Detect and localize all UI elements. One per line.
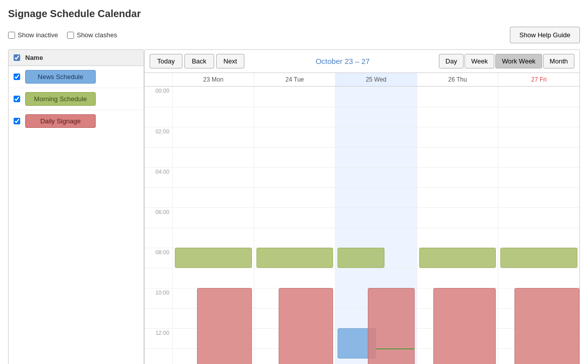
day-columns [172,87,579,364]
event-tue-morning[interactable] [256,248,334,268]
show-inactive-label: Show inactive [18,31,58,39]
hour-row-20 [498,147,579,167]
hour-row-23 [173,87,254,107]
hour-row-21 [173,127,254,147]
day-col-thu [417,87,498,364]
view-workweek-button[interactable]: Work Week [495,54,542,68]
event-fri-daily[interactable] [514,288,579,364]
day-col-mon [172,87,254,364]
hour-row-14 [417,268,498,288]
day-num-thu: 26 Thu [448,76,467,83]
hour-row-22 [254,107,336,127]
sidebar-name-heading: Name [25,54,43,61]
hour-row-16 [254,228,336,248]
next-button[interactable]: Next [216,54,245,68]
event-wed-daily[interactable] [368,288,414,364]
hour-row-14 [498,268,579,288]
time-label-1000: 10:00 [145,288,172,308]
news-schedule-tag[interactable]: News Schedule [25,70,96,84]
hour-row-23 [498,87,579,107]
hour-row-16 [173,228,254,248]
hour-row-16 [417,228,498,248]
time-label-0900 [145,268,172,288]
day-header-tue: 24 Tue [254,73,336,86]
time-label-0300 [145,147,172,167]
hour-row-18 [173,187,254,207]
day-num-wed: 25 Wed [366,76,386,83]
page-title: Signage Schedule Calendar [8,8,580,20]
daily-signage-tag[interactable]: Daily Signage [25,114,96,128]
hour-row-18 [336,187,417,207]
sidebar-header: Name [9,50,144,66]
time-label-0500 [145,187,172,207]
time-label-0800: 08:00 [145,248,172,268]
morning-schedule-checkbox[interactable] [14,96,20,102]
hour-row-18 [498,187,579,207]
hour-row-22 [336,107,417,127]
day-header-wed: 25 Wed [335,73,417,86]
hour-row-23 [254,87,336,107]
time-label-1200: 12:00 [145,328,172,348]
hour-row-17 [498,207,579,228]
view-month-button[interactable]: Month [543,54,574,68]
hour-row-19 [336,167,417,187]
morning-schedule-tag[interactable]: Morning Schedule [25,92,96,106]
time-label-0100 [145,107,172,127]
day-header-mon: 23 Mon [172,73,254,86]
event-wed-morning[interactable] [338,248,384,268]
event-mon-morning[interactable] [175,248,252,268]
hour-row-19 [498,167,579,187]
time-label-0400: 04:00 [145,167,172,187]
event-thu-daily[interactable] [433,288,496,364]
calendar-grid: 00:00 02:00 04:00 06:00 08:00 10:00 12:0… [145,87,579,364]
event-tue-daily[interactable] [279,288,333,364]
today-button[interactable]: Today [150,54,182,68]
hour-row-22 [173,107,254,127]
sidebar-item-daily: Daily Signage [9,110,144,132]
news-schedule-checkbox[interactable] [14,74,20,80]
hour-row-21 [498,127,579,147]
hour-row-22 [417,107,498,127]
show-inactive-toggle[interactable]: Show inactive [8,31,58,39]
hour-row-18 [254,187,336,207]
show-clashes-checkbox[interactable] [67,32,74,39]
day-col-wed [335,87,417,364]
show-inactive-checkbox[interactable] [8,32,15,39]
help-guide-button[interactable]: Show Help Guide [510,27,580,43]
hour-row-21 [254,127,336,147]
back-button[interactable]: Back [184,54,214,68]
time-labels: 00:00 02:00 04:00 06:00 08:00 10:00 12:0… [145,87,172,364]
hour-row-20 [173,147,254,167]
hour-row-17 [254,207,336,228]
hour-row-23 [336,87,417,107]
hour-row-16 [498,228,579,248]
hour-row-14 [173,268,254,288]
day-col-fri [498,87,579,364]
view-week-button[interactable]: Week [465,54,494,68]
hour-row-17 [173,207,254,228]
calendar-nav: Today Back Next October 23 – 27 Day Week… [145,50,579,73]
sidebar-all-checkbox[interactable] [14,54,20,61]
event-mon-daily[interactable] [197,288,251,364]
schedule-sidebar: Name News Schedule Morning Schedule Dail… [8,49,144,364]
view-day-button[interactable]: Day [439,54,464,68]
hour-row-17 [417,207,498,228]
hour-row-20 [254,147,336,167]
daily-signage-checkbox[interactable] [14,118,20,124]
hour-row-21 [417,127,498,147]
show-clashes-label: Show clashes [77,31,117,39]
time-label-1300 [145,348,172,364]
hour-row-23 [417,87,498,107]
time-label-0200: 02:00 [145,127,172,147]
time-label-0600: 06:00 [145,207,172,228]
event-fri-morning[interactable] [500,248,577,268]
calendar-title: October 23 – 27 [246,57,439,65]
time-label-0000: 00:00 [145,87,172,107]
hour-row-14 [254,268,336,288]
day-num-fri: 27 Fri [531,76,547,83]
show-clashes-toggle[interactable]: Show clashes [67,31,117,39]
day-header-thu: 26 Thu [417,73,498,86]
time-label-1100 [145,308,172,328]
hour-row-18 [417,187,498,207]
event-thu-morning[interactable] [419,248,496,268]
